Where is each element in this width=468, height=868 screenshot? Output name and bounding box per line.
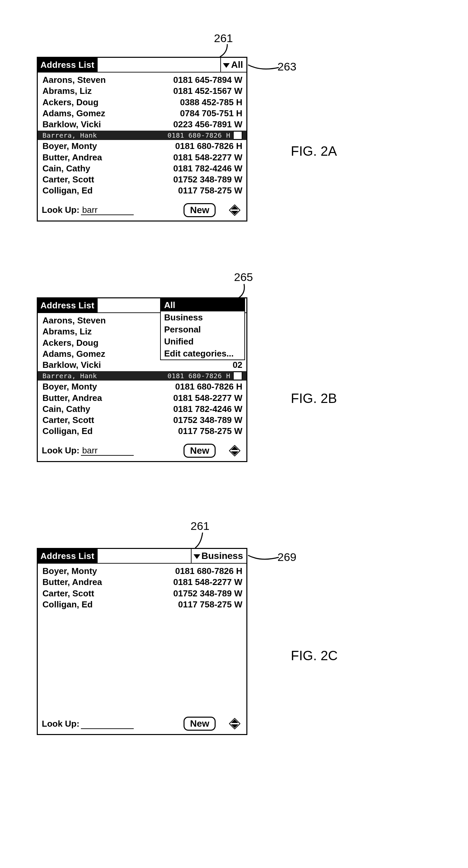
contact-name: Abrams, Liz [42,326,92,337]
contact-row[interactable]: Boyer, Monty0181 680-7826 H [42,381,242,392]
contact-row[interactable]: Ackers, Doug0388 452-785 H [42,97,242,108]
contact-phone: 0181 548-2277 W [173,577,242,588]
lookup-field[interactable]: Look Up: barr [42,445,134,456]
new-button[interactable]: New [183,717,215,731]
contact-name: Butter, Andrea [42,393,102,404]
contact-phone: 0181 548-2277 W [173,393,242,404]
contact-row[interactable]: Carter, Scott01752 348-789 W [42,588,242,599]
contact-phone: 0181 782-4246 W [173,404,242,414]
contact-name: Cain, Cathy [42,404,90,414]
callout-261: 261 [191,520,210,533]
contact-phone: 0784 705-751 H [180,108,242,119]
contact-phone: 0181 680-7826 H [175,381,242,392]
contact-name: Ackers, Doug [42,337,98,348]
contact-phone: 01752 348-789 W [173,174,242,185]
note-icon[interactable] [233,131,242,140]
contact-name: Carter, Scott [42,588,94,599]
contact-row[interactable]: Colligan, Ed0117 758-275 W [42,426,242,437]
callout-265: 265 [234,271,253,284]
selected-name: Barrera, Hank [42,131,97,139]
dropdown-triangle-icon [194,551,200,561]
contact-name: Boyer, Monty [42,566,97,577]
category-filter-label: All [231,59,243,70]
svg-marker-0 [223,63,230,68]
contact-row[interactable]: Aarons, Steven0181 645-7894 W [42,74,242,86]
contact-phone: 0181 680-7826 H [175,141,242,152]
new-button[interactable]: New [183,203,215,217]
lookup-input[interactable] [81,728,134,729]
contact-row[interactable]: Butter, Andrea0181 548-2277 W [42,393,242,404]
figure-label-2a: FIG. 2A [291,144,337,159]
category-menu-selected[interactable]: All [161,299,244,311]
dropdown-triangle-icon [223,59,230,70]
contact-name: Aarons, Steven [42,315,106,326]
app-title: Address List [38,58,97,72]
category-filter-label: Business [202,551,243,561]
contact-row[interactable]: Adams, Gomez0784 705-751 H [42,108,242,119]
titlebar: Address List All [38,58,246,72]
contact-name: Carter, Scott [42,174,94,185]
app-title: Address List [38,549,97,563]
contact-row[interactable]: Carter, Scott01752 348-789 W [42,174,242,185]
scroll-up-down-icon[interactable] [229,205,240,216]
contact-name: Adams, Gomez [42,108,105,119]
contact-name: Ackers, Doug [42,97,98,108]
contact-row[interactable]: Colligan, Ed0117 758-275 W [42,599,242,610]
note-icon[interactable] [233,372,242,380]
contact-row[interactable]: Carter, Scott01752 348-789 W [42,414,242,426]
lookup-field[interactable]: Look Up: barr [42,205,134,215]
contact-row[interactable]: Colligan, Ed0117 758-275 W [42,185,242,196]
contact-phone: 0181 680-7826 H [175,566,242,577]
scroll-up-down-icon[interactable] [229,718,240,730]
selected-contact-row[interactable]: Barrera, Hank 0181 680-7826 H [38,371,246,380]
selected-contact-row[interactable]: Barrera, Hank 0181 680-7826 H [38,131,246,140]
selected-phone: 0181 680-7826 H [168,131,230,139]
lookup-field[interactable]: Look Up: [42,719,134,729]
contact-phone: 0223 456-7891 W [173,119,242,130]
contact-row[interactable]: Barklow, Vicki02 [42,360,242,371]
contact-row[interactable]: Abrams, Liz0181 452-1567 W [42,86,242,97]
lookup-label: Look Up: [42,445,80,456]
address-list-panel-b: Address List All BusinessPersonalUnified… [37,297,247,462]
contact-phone: 0388 452-785 H [180,97,242,108]
selected-phone: 0181 680-7826 H [168,372,230,380]
scroll-up-down-icon[interactable] [229,445,240,456]
contact-name: Carter, Scott [42,414,94,426]
contact-row[interactable]: Butter, Andrea0181 548-2277 W [42,152,242,163]
contact-phone: 0181 548-2277 W [173,152,242,163]
contact-row[interactable]: Butter, Andrea0181 548-2277 W [42,577,242,588]
figure-label-2c: FIG. 2C [291,648,338,663]
contact-phone: 0117 758-275 W [178,599,242,610]
contact-name: Aarons, Steven [42,74,106,86]
lookup-label: Look Up: [42,719,80,729]
lookup-input[interactable]: barr [81,205,134,216]
contact-name: Colligan, Ed [42,599,93,610]
contact-row[interactable]: Barklow, Vicki0223 456-7891 W [42,119,242,130]
new-button[interactable]: New [183,444,215,458]
contact-row[interactable]: Cain, Cathy0181 782-4246 W [42,163,242,174]
contact-row[interactable]: Boyer, Monty0181 680-7826 H [42,141,242,152]
titlebar: Address List Business [38,549,246,564]
contact-phone: 0181 782-4246 W [173,163,242,174]
contact-name: Colligan, Ed [42,185,93,196]
category-menu-item[interactable]: Unified [161,335,244,347]
contact-row[interactable]: Cain, Cathy0181 782-4246 W [42,404,242,414]
contact-name: Boyer, Monty [42,141,97,152]
category-menu-item[interactable]: Business [161,311,244,323]
contact-name: Abrams, Liz [42,86,92,97]
contact-name: Butter, Andrea [42,152,102,163]
category-menu-item[interactable]: Personal [161,323,244,335]
contact-name: Barklow, Vicki [42,360,101,371]
contact-name: Boyer, Monty [42,381,97,392]
category-menu[interactable]: All BusinessPersonalUnifiedEdit categori… [160,298,245,360]
contact-name: Cain, Cathy [42,163,90,174]
contact-list: Aarons, Steven0181 645-7894 WAbrams, Liz… [38,72,246,196]
category-filter-dropdown[interactable]: All [220,58,246,72]
contact-row[interactable]: Boyer, Monty0181 680-7826 H [42,566,242,577]
contact-phone: 0181 645-7894 W [173,74,242,86]
address-list-panel-a: Address List All Aarons, Steven0181 645-… [37,57,247,221]
category-menu-item[interactable]: Edit categories... [161,347,244,360]
lookup-input[interactable]: barr [81,446,134,456]
contact-name: Adams, Gomez [42,348,105,360]
contact-phone: 0181 452-1567 W [173,86,242,97]
